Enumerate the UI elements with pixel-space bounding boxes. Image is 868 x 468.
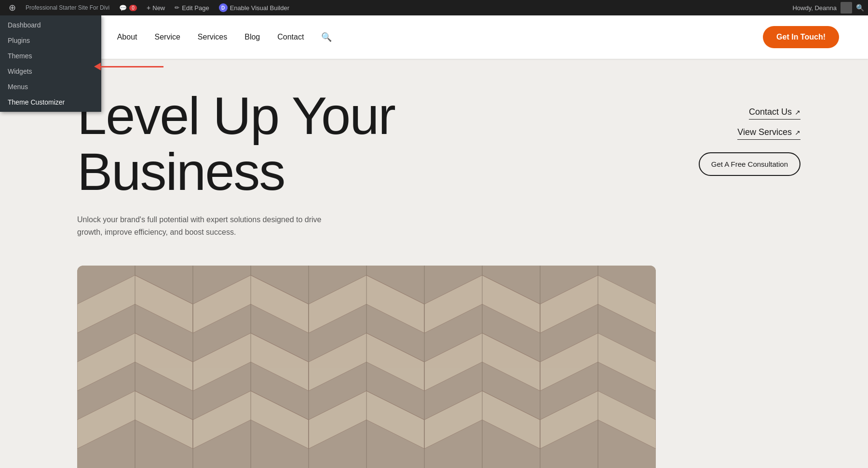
header-cta-button[interactable]: Get In Touch! [763, 26, 839, 48]
site-title-item[interactable]: Professional Starter Site For Divi [21, 0, 114, 15]
site-nav: Home About Service Services Blog Contact… [79, 32, 763, 42]
hero-title-line1: Level Up Your [77, 86, 395, 145]
wp-logo-item[interactable]: ⊕ [4, 0, 21, 15]
building-illustration [77, 266, 656, 468]
edit-page-label: Edit Page [182, 4, 209, 12]
dropdown-item-themes[interactable]: Themes [0, 48, 101, 64]
nav-about[interactable]: About [117, 33, 137, 41]
nav-blog[interactable]: Blog [244, 33, 260, 41]
menus-label: Menus [8, 83, 28, 91]
admin-search-icon[interactable]: 🔍 [856, 4, 864, 12]
main-content: Level Up Your Business Unlock your brand… [0, 59, 868, 468]
hero-subtitle: Unlock your brand's full potential with … [77, 214, 347, 238]
contact-us-link[interactable]: Contact Us ↗ [749, 107, 800, 120]
wp-admin-bar: ⊕ Professional Starter Site For Divi 💬 0… [0, 0, 868, 15]
arrow-indicator [94, 63, 163, 70]
comments-badge: 0 [129, 5, 137, 11]
visual-builder-item[interactable]: D Enable Visual Builder [214, 0, 294, 15]
pencil-icon: ✏ [175, 4, 179, 11]
dropdown-item-widgets[interactable]: Widgets [0, 64, 101, 79]
arrow-head [94, 63, 101, 70]
new-item[interactable]: + New [142, 0, 170, 15]
plugins-label: Plugins [8, 37, 30, 44]
contact-us-arrow-icon: ↗ [795, 108, 800, 116]
theme-customizer-label: Theme Customizer [8, 98, 65, 106]
divi-icon: D [219, 3, 228, 12]
comments-item[interactable]: 💬 0 [114, 0, 142, 15]
site-header: D Home About Service Services Blog Conta… [0, 15, 868, 59]
contact-us-label: Contact Us [749, 107, 792, 117]
enable-visual-builder-label: Enable Visual Builder [230, 4, 289, 12]
dashboard-label: Dashboard [8, 21, 41, 29]
dropdown-item-plugins[interactable]: Plugins [0, 33, 101, 48]
site-title: Professional Starter Site For Divi [26, 4, 109, 11]
appearance-dropdown: Dashboard Plugins Themes Widgets Menus T… [0, 15, 101, 112]
view-services-label: View Services [737, 127, 792, 137]
consultation-button[interactable]: Get A Free Consultation [699, 152, 800, 176]
admin-bar-right: Howdy, Deanna 🔍 [792, 2, 864, 13]
comment-icon: 💬 [119, 4, 127, 12]
user-avatar[interactable] [841, 2, 852, 13]
new-label: New [152, 4, 165, 12]
view-services-link[interactable]: View Services ↗ [737, 127, 800, 140]
themes-label: Themes [8, 52, 32, 60]
hero-image [77, 266, 656, 468]
edit-page-item[interactable]: ✏ Edit Page [170, 0, 214, 15]
hero-title-line2: Business [77, 142, 285, 201]
howdy-text: Howdy, Deanna [792, 4, 837, 12]
nav-services[interactable]: Services [198, 33, 227, 41]
arrow-line [101, 66, 163, 67]
dropdown-item-dashboard[interactable]: Dashboard [0, 17, 101, 33]
svg-rect-37 [77, 266, 656, 468]
red-arrow [94, 63, 163, 70]
nav-service[interactable]: Service [155, 33, 180, 41]
widgets-label: Widgets [8, 67, 32, 75]
view-services-arrow-icon: ↗ [795, 129, 800, 136]
nav-contact[interactable]: Contact [277, 33, 304, 41]
dropdown-item-menus[interactable]: Menus [0, 79, 101, 94]
wp-logo-icon: ⊕ [9, 2, 16, 13]
hero-title: Level Up Your Business [77, 88, 694, 199]
dropdown-item-theme-customizer[interactable]: Theme Customizer [0, 94, 101, 110]
hero-image-container [77, 266, 868, 468]
plus-icon: + [147, 4, 150, 12]
nav-search-icon[interactable]: 🔍 [321, 32, 332, 42]
